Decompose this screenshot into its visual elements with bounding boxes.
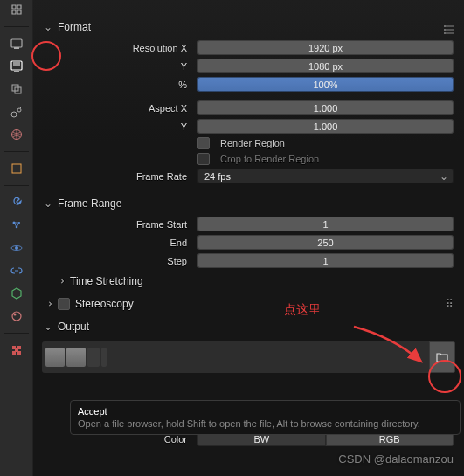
svg-rect-1 (14, 47, 19, 49)
vertical-tab-bar (0, 0, 33, 476)
path-thumb (87, 348, 100, 367)
resolution-pct-label: % (44, 79, 192, 90)
frame-end-label: End (44, 238, 192, 248)
svg-point-22 (444, 29, 446, 31)
svg-rect-0 (11, 39, 22, 47)
chevron-down-icon: ⌄ (44, 21, 52, 33)
svg-point-15 (13, 314, 16, 316)
resolution-x-label: Resolution X (44, 43, 192, 53)
material-icon[interactable] (9, 308, 24, 324)
resolution-y-label: Y (44, 61, 192, 72)
crop-region-checkbox[interactable] (197, 153, 210, 165)
svg-point-5 (11, 112, 17, 117)
viewlayer-icon[interactable] (9, 81, 24, 97)
time-stretching-header[interactable]: ⌄ Time Stretching (37, 270, 461, 293)
constraint-icon[interactable] (9, 263, 24, 279)
render-icon[interactable] (9, 36, 24, 52)
aspect-y-label: Y (44, 121, 192, 132)
aspect-y-field[interactable]: 1.000 (197, 119, 454, 134)
time-stretching-title: Time Stretching (70, 275, 143, 287)
svg-rect-19 (12, 351, 16, 355)
frame-start-field[interactable]: 1 (197, 217, 454, 231)
watermark: CSDN @dalaomanzou (338, 452, 454, 466)
resolution-pct-field[interactable]: 100% (197, 77, 454, 92)
frame-rate-label: Frame Rate (44, 171, 192, 182)
physics-icon[interactable] (9, 240, 24, 256)
tooltip: Accept Open a file browser, hold Shift t… (70, 400, 461, 435)
tooltip-body: Open a file browser, hold Shift to open … (78, 418, 453, 429)
modifier-icon[interactable] (9, 195, 24, 210)
frame-range-title: Frame Range (58, 197, 121, 210)
color-label: Color (44, 434, 192, 445)
open-file-browser-button[interactable] (429, 341, 455, 373)
stereoscopy-checkbox[interactable] (58, 298, 70, 310)
chevron-down-icon: ⌄ (44, 321, 52, 333)
particle-icon[interactable] (9, 217, 24, 233)
annotation-text: 点这里 (284, 302, 321, 318)
output-title: Output (58, 321, 89, 333)
format-title: Format (58, 21, 91, 33)
crop-region-label: Crop to Render Region (220, 154, 319, 164)
aspect-x-label: Aspect X (44, 103, 192, 114)
resolution-x-field[interactable]: 1920 px (197, 40, 454, 55)
render-region-label: Render Region (220, 138, 285, 148)
chevron-right-icon: ⌄ (54, 277, 66, 286)
stereoscopy-title: Stereoscopy (75, 298, 134, 310)
aspect-x-field[interactable]: 1.000 (197, 100, 454, 115)
path-thumb (101, 348, 107, 367)
data-icon[interactable] (9, 286, 24, 301)
chevron-right-icon: ⌄ (42, 300, 54, 308)
svg-point-21 (444, 25, 446, 27)
scene-icon[interactable] (9, 104, 24, 120)
texture-icon[interactable] (9, 342, 24, 358)
panel-menu-icon[interactable]: ⠿ (446, 298, 454, 310)
output-path-bar (42, 341, 455, 373)
path-thumb (66, 348, 86, 367)
format-panel-header[interactable]: ⌄ Format (37, 16, 461, 38)
frame-step-field[interactable]: 1 (197, 253, 454, 268)
stereoscopy-panel-header[interactable]: ⌄ Stereoscopy ⠿ (37, 293, 461, 315)
svg-point-6 (17, 108, 21, 112)
chevron-down-icon: ⌄ (44, 197, 52, 210)
frame-start-label: Frame Start (44, 219, 192, 230)
frame-step-label: Step (44, 256, 192, 266)
tooltip-title: Accept (78, 406, 453, 417)
svg-rect-8 (12, 164, 21, 173)
frame-range-panel-header[interactable]: ⌄ Frame Range (37, 192, 461, 215)
world-icon[interactable] (9, 127, 24, 142)
svg-point-12 (15, 246, 18, 250)
render-region-checkbox[interactable] (197, 137, 210, 149)
frame-rate-select[interactable]: 24 fps (197, 169, 454, 183)
resolution-y-field[interactable]: 1080 px (197, 59, 454, 73)
output-panel-header[interactable]: ⌄ Output (37, 315, 461, 338)
frame-end-field[interactable]: 250 (197, 235, 454, 250)
svg-point-23 (444, 32, 446, 34)
svg-rect-20 (17, 351, 21, 355)
output-icon[interactable] (9, 59, 24, 74)
object-icon[interactable] (9, 161, 24, 176)
path-thumb (45, 348, 65, 367)
preset-icon[interactable] (443, 23, 457, 37)
tool-icon[interactable] (9, 2, 24, 17)
svg-point-14 (12, 312, 21, 321)
